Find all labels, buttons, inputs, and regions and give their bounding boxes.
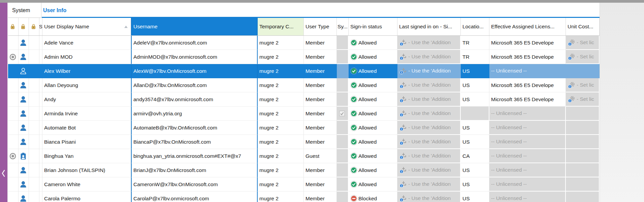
user-row[interactable]: Admin MODAdminMOD@x7lbv.onmicrosoft.comm… — [8, 50, 600, 64]
column-header-c3[interactable] — [29, 18, 39, 35]
cell-licenses[interactable]: -- Unlicensed -- — [489, 135, 566, 149]
collapse-panel-chevron-icon[interactable] — [1, 169, 6, 178]
cell-display_name[interactable]: Automate Bot — [42, 121, 131, 135]
cell-c4[interactable] — [39, 78, 42, 92]
cell-licenses[interactable]: Microsoft 365 E5 Develope — [489, 92, 566, 107]
cell-user_type[interactable]: Member — [304, 135, 337, 149]
cell-c3[interactable] — [29, 163, 39, 177]
cell-location[interactable]: TR — [461, 36, 489, 50]
user-row[interactable]: Adele VanceAdeleV@x7lbv.onmicrosoft.comm… — [8, 36, 600, 50]
cell-radio[interactable] — [8, 36, 19, 50]
column-header-temporary[interactable]: Temporary C... — [258, 18, 304, 35]
column-header-last_signed[interactable]: Last signed in on - Si... — [397, 18, 461, 35]
cell-location[interactable]: US — [461, 135, 489, 149]
cell-licenses[interactable]: Microsoft 365 E5 Develope — [489, 78, 566, 92]
cell-temporary[interactable]: mugre 2 — [258, 163, 304, 177]
cell-user_type[interactable]: Member — [304, 121, 337, 135]
cell-display_name[interactable]: Andy — [42, 92, 131, 107]
cell-unit_cost[interactable] — [566, 192, 600, 202]
column-header-user_type[interactable]: User Type — [304, 18, 337, 35]
cell-radio[interactable] — [8, 121, 19, 135]
cell-last_signed[interactable]: - Use the 'Addition — [397, 107, 461, 121]
cell-sync[interactable] — [337, 192, 349, 202]
cell-unit_cost[interactable] — [566, 107, 600, 121]
cell-unit_cost[interactable]: - Set lic — [566, 78, 600, 92]
cell-user_type[interactable]: Member — [304, 64, 337, 78]
cell-licenses[interactable]: -- Unlicensed -- — [489, 177, 566, 192]
cell-c4[interactable] — [39, 36, 42, 50]
cell-user_type[interactable]: Member — [304, 36, 337, 50]
cell-signin[interactable]: Allowed — [349, 64, 397, 78]
cell-sync[interactable] — [337, 121, 349, 135]
cell-last_signed[interactable]: - Use the 'Addition — [397, 50, 461, 64]
cell-c3[interactable] — [29, 177, 39, 192]
cell-sync[interactable] — [337, 36, 349, 50]
cell-username[interactable]: BiancaP@x7lbv.OnMicrosoft.com — [131, 135, 258, 149]
cell-temporary[interactable]: mugre 2 — [258, 192, 304, 202]
group-tab-system[interactable]: System — [12, 3, 30, 18]
user-row[interactable]: Alex WilberAlexW@x7lbv.OnMicrosoft.commu… — [8, 64, 600, 78]
cell-temporary[interactable]: mugre 2 — [258, 107, 304, 121]
cell-user_type[interactable]: Member — [304, 50, 337, 64]
cell-location[interactable]: CA — [461, 149, 489, 163]
user-row[interactable]: Carola PalermoCarolaP@x7lbv.onmicrosoft.… — [8, 192, 600, 202]
cell-signin[interactable]: Allowed — [349, 78, 397, 92]
cell-temporary[interactable]: mugre 2 — [258, 177, 304, 192]
cell-person[interactable] — [19, 92, 29, 107]
cell-sync[interactable] — [337, 64, 349, 78]
cell-signin[interactable]: Allowed — [349, 121, 397, 135]
cell-display_name[interactable]: Brian Johnson (TAILSPIN) — [42, 163, 131, 177]
cell-sync[interactable] — [337, 78, 349, 92]
cell-display_name[interactable]: Carola Palermo — [42, 192, 131, 202]
cell-location[interactable]: US — [461, 64, 489, 78]
cell-c3[interactable] — [29, 36, 39, 50]
cell-sync[interactable] — [337, 163, 349, 177]
cell-licenses[interactable]: Microsoft 365 E5 Develope — [489, 36, 566, 50]
column-header-person[interactable] — [19, 18, 29, 35]
cell-display_name[interactable]: Allan Deyoung — [42, 78, 131, 92]
user-row[interactable]: Automate BotAutomateB@x7lbv.OnMicrosoft.… — [8, 121, 600, 135]
cell-location[interactable]: US — [461, 92, 489, 107]
column-header-display_name[interactable]: User Display Name — [42, 18, 131, 35]
cell-c3[interactable] — [29, 92, 39, 107]
cell-display_name[interactable]: Adele Vance — [42, 36, 131, 50]
cell-temporary[interactable]: mugre 2 — [258, 149, 304, 163]
user-row[interactable]: Allan DeyoungAllanD@x7lbv.OnMicrosoft.co… — [8, 78, 600, 92]
cell-temporary[interactable]: mugre 2 — [258, 78, 304, 92]
cell-person[interactable] — [19, 177, 29, 192]
column-header-unit_cost[interactable]: Unit Cost... — [566, 18, 600, 35]
cell-radio[interactable] — [8, 64, 19, 78]
user-row[interactable]: Brian Johnson (TAILSPIN)BrianJ@x7lbv.OnM… — [8, 163, 600, 177]
user-row[interactable]: Andyandy3574@x7lbv.onmicrosoft.commugre … — [8, 92, 600, 107]
column-header-radio[interactable] — [8, 18, 19, 35]
cell-location[interactable]: TR — [461, 50, 489, 64]
cell-unit_cost[interactable]: - Set lic — [566, 50, 600, 64]
cell-signin[interactable]: Allowed — [349, 149, 397, 163]
cell-c4[interactable] — [39, 135, 42, 149]
cell-radio[interactable] — [8, 107, 19, 121]
cell-signin[interactable]: Allowed — [349, 92, 397, 107]
column-header-username[interactable]: Username — [131, 18, 258, 35]
cell-person[interactable] — [19, 163, 29, 177]
cell-c3[interactable] — [29, 149, 39, 163]
cell-unit_cost[interactable] — [566, 163, 600, 177]
cell-sync[interactable] — [337, 107, 349, 121]
cell-last_signed[interactable]: - Use the 'Addition — [397, 163, 461, 177]
cell-person[interactable] — [19, 50, 29, 64]
cell-display_name[interactable]: Bianca Pisani — [42, 135, 131, 149]
cell-person[interactable] — [19, 121, 29, 135]
cell-username[interactable]: andy3574@x7lbv.onmicrosoft.com — [131, 92, 258, 107]
cell-user_type[interactable]: Member — [304, 163, 337, 177]
cell-location[interactable]: US — [461, 78, 489, 92]
cell-display_name[interactable]: Cameron White — [42, 177, 131, 192]
cell-signin[interactable]: Allowed — [349, 50, 397, 64]
cell-unit_cost[interactable]: - Set lic — [566, 92, 600, 107]
cell-signin[interactable]: Allowed — [349, 135, 397, 149]
cell-c3[interactable] — [29, 192, 39, 202]
cell-sync[interactable] — [337, 135, 349, 149]
cell-location[interactable]: US — [461, 192, 489, 202]
cell-signin[interactable]: Allowed — [349, 163, 397, 177]
cell-display_name[interactable]: Binghua Yan — [42, 149, 131, 163]
cell-c4[interactable] — [39, 121, 42, 135]
cell-radio[interactable] — [8, 50, 19, 64]
